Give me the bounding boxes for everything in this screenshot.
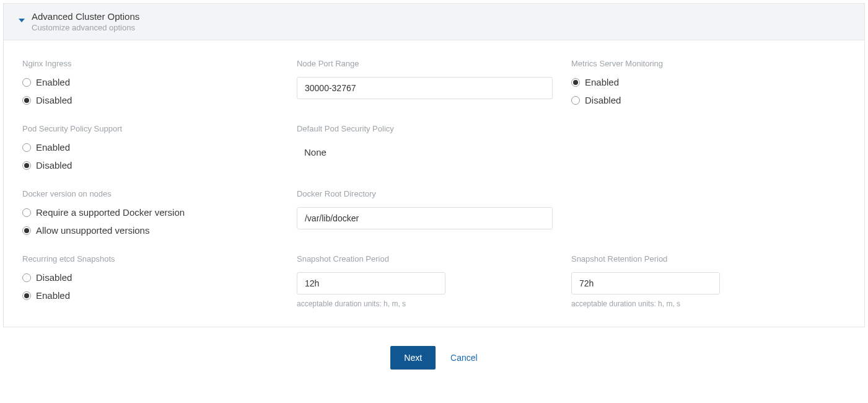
metrics-server-field: Metrics Server Monitoring Enabled Disabl… bbox=[571, 59, 846, 105]
etcd-snapshots-label: Recurring etcd Snapshots bbox=[22, 254, 278, 264]
nginx-ingress-radio-group: Enabled Disabled bbox=[22, 77, 278, 105]
snapshot-retention-field: Snapshot Retention Period acceptable dur… bbox=[571, 254, 846, 308]
nginx-ingress-disabled-radio[interactable]: Disabled bbox=[22, 95, 278, 105]
next-button[interactable]: Next bbox=[390, 346, 436, 370]
docker-version-label: Docker version on nodes bbox=[22, 189, 278, 198]
snapshot-creation-label: Snapshot Creation Period bbox=[297, 254, 553, 264]
radio-icon bbox=[22, 96, 31, 105]
panel-header[interactable]: Advanced Cluster Options Customize advan… bbox=[4, 4, 864, 40]
metrics-server-label: Metrics Server Monitoring bbox=[571, 59, 827, 68]
radio-label: Enabled bbox=[585, 77, 619, 87]
docker-root-input[interactable] bbox=[297, 207, 553, 229]
docker-root-field: Docker Root Directory bbox=[297, 189, 571, 236]
default-pod-security-value: None bbox=[297, 142, 553, 162]
etcd-snapshots-radio-group: Disabled Enabled bbox=[22, 272, 278, 301]
default-pod-security-label: Default Pod Security Policy bbox=[297, 124, 553, 133]
snapshot-retention-input[interactable] bbox=[571, 272, 720, 294]
radio-label: Disabled bbox=[36, 272, 72, 283]
row-2: Pod Security Policy Support Enabled Disa… bbox=[22, 124, 846, 170]
radio-label: Disabled bbox=[36, 160, 72, 170]
docker-version-require-radio[interactable]: Require a supported Docker version bbox=[22, 207, 278, 218]
radio-icon bbox=[22, 291, 31, 300]
default-pod-security-field: Default Pod Security Policy None bbox=[297, 124, 571, 170]
docker-version-allow-radio[interactable]: Allow unsupported versions bbox=[22, 225, 278, 236]
panel-body: Nginx Ingress Enabled Disabled Node Port… bbox=[4, 40, 864, 327]
docker-version-radio-group: Require a supported Docker version Allow… bbox=[22, 207, 278, 236]
radio-label: Disabled bbox=[585, 95, 621, 105]
snapshot-creation-field: Snapshot Creation Period acceptable dura… bbox=[297, 254, 571, 308]
panel-title: Advanced Cluster Options bbox=[32, 11, 857, 22]
node-port-range-input[interactable] bbox=[297, 77, 553, 99]
cancel-button[interactable]: Cancel bbox=[450, 353, 478, 363]
row-1: Nginx Ingress Enabled Disabled Node Port… bbox=[22, 59, 846, 105]
radio-icon bbox=[22, 143, 31, 152]
radio-icon bbox=[22, 161, 31, 170]
radio-label: Allow unsupported versions bbox=[36, 225, 149, 236]
radio-icon bbox=[22, 273, 31, 282]
nginx-ingress-field: Nginx Ingress Enabled Disabled bbox=[22, 59, 297, 105]
docker-version-field: Docker version on nodes Require a suppor… bbox=[22, 189, 297, 236]
etcd-snapshots-disabled-radio[interactable]: Disabled bbox=[22, 272, 278, 283]
empty-col bbox=[571, 124, 846, 170]
nginx-ingress-enabled-radio[interactable]: Enabled bbox=[22, 77, 278, 87]
radio-label: Enabled bbox=[36, 290, 70, 301]
radio-label: Enabled bbox=[36, 77, 70, 87]
metrics-server-radio-group: Enabled Disabled bbox=[571, 77, 827, 105]
pod-security-enabled-radio[interactable]: Enabled bbox=[22, 142, 278, 153]
etcd-snapshots-field: Recurring etcd Snapshots Disabled Enable… bbox=[22, 254, 297, 308]
footer: Next Cancel bbox=[0, 330, 868, 379]
chevron-down-icon bbox=[19, 19, 25, 22]
nginx-ingress-label: Nginx Ingress bbox=[22, 59, 278, 68]
node-port-range-field: Node Port Range bbox=[297, 59, 571, 105]
radio-icon bbox=[571, 96, 580, 105]
empty-col bbox=[571, 189, 846, 236]
row-4: Recurring etcd Snapshots Disabled Enable… bbox=[22, 254, 846, 308]
pod-security-field: Pod Security Policy Support Enabled Disa… bbox=[22, 124, 297, 170]
panel-subtitle: Customize advanced options bbox=[32, 23, 857, 32]
radio-label: Require a supported Docker version bbox=[36, 207, 185, 218]
advanced-cluster-options-panel: Advanced Cluster Options Customize advan… bbox=[3, 3, 865, 327]
etcd-snapshots-enabled-radio[interactable]: Enabled bbox=[22, 290, 278, 301]
radio-label: Enabled bbox=[36, 142, 70, 153]
snapshot-retention-label: Snapshot Retention Period bbox=[571, 254, 827, 264]
docker-root-label: Docker Root Directory bbox=[297, 189, 553, 198]
radio-label: Disabled bbox=[36, 95, 72, 105]
metrics-server-enabled-radio[interactable]: Enabled bbox=[571, 77, 827, 87]
pod-security-disabled-radio[interactable]: Disabled bbox=[22, 160, 278, 170]
radio-icon bbox=[22, 78, 31, 87]
pod-security-label: Pod Security Policy Support bbox=[22, 124, 278, 133]
snapshot-creation-hint: acceptable duration units: h, m, s bbox=[297, 299, 553, 308]
radio-icon bbox=[571, 78, 580, 87]
node-port-range-label: Node Port Range bbox=[297, 59, 553, 68]
snapshot-retention-hint: acceptable duration units: h, m, s bbox=[571, 299, 827, 308]
radio-icon bbox=[22, 208, 31, 217]
metrics-server-disabled-radio[interactable]: Disabled bbox=[571, 95, 827, 105]
radio-icon bbox=[22, 226, 31, 235]
pod-security-radio-group: Enabled Disabled bbox=[22, 142, 278, 170]
row-3: Docker version on nodes Require a suppor… bbox=[22, 189, 846, 236]
snapshot-creation-input[interactable] bbox=[297, 272, 445, 294]
